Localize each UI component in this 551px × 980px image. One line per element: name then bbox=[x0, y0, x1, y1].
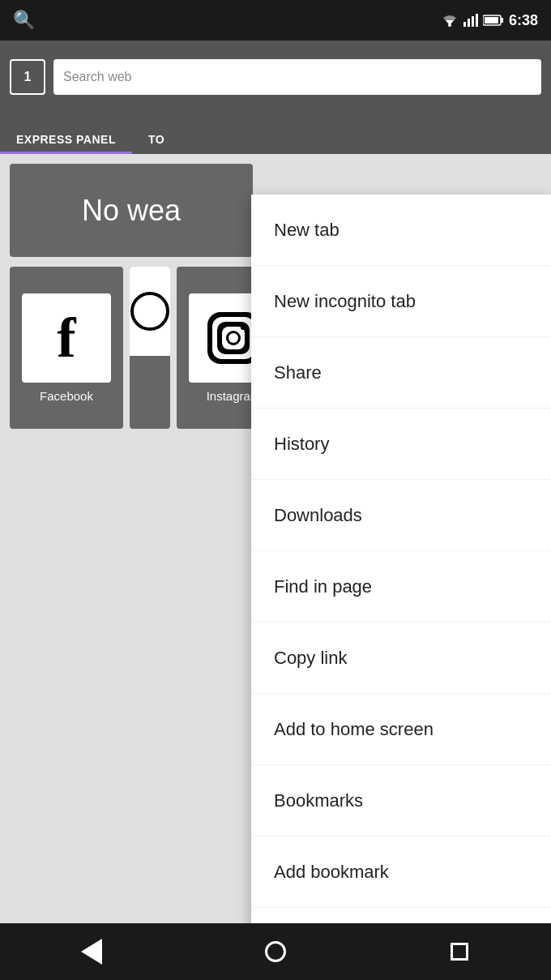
home-icon bbox=[265, 941, 286, 962]
signal-icon bbox=[463, 14, 478, 27]
weather-text: No wea bbox=[82, 194, 181, 228]
facebook-icon-container: f bbox=[22, 293, 111, 383]
menu-item-share[interactable]: Share bbox=[251, 337, 551, 409]
facebook-label: Facebook bbox=[40, 389, 93, 403]
facebook-icon: f bbox=[57, 306, 75, 370]
recents-icon bbox=[451, 943, 468, 961]
menu-item-copy-link[interactable]: Copy link bbox=[251, 623, 551, 694]
status-bar-right: 6:38 bbox=[441, 12, 538, 29]
menu-item-add-to-home-screen[interactable]: Add to home screen bbox=[251, 694, 551, 765]
status-time: 6:38 bbox=[509, 12, 538, 29]
menu-item-reader-mode[interactable]: Reader mode bbox=[251, 908, 551, 923]
tab-express-panel[interactable]: EXPRESS PANEL bbox=[0, 125, 132, 154]
menu-item-new-tab[interactable]: New tab bbox=[251, 195, 551, 266]
svg-point-9 bbox=[132, 293, 168, 329]
home-button[interactable] bbox=[251, 927, 300, 976]
search-bar[interactable]: Search web bbox=[53, 59, 541, 95]
tab-count-badge[interactable]: 1 bbox=[10, 59, 45, 95]
partial-icon bbox=[130, 291, 170, 332]
search-icon[interactable]: 🔍 bbox=[13, 10, 35, 31]
menu-item-add-bookmark[interactable]: Add bookmark bbox=[251, 837, 551, 908]
tab-count: 1 bbox=[24, 70, 32, 84]
svg-rect-3 bbox=[468, 19, 470, 27]
menu-item-new-incognito-tab[interactable]: New incognito tab bbox=[251, 266, 551, 337]
status-bar-left: 🔍 bbox=[13, 10, 35, 31]
browser-bar: 1 Search web bbox=[0, 41, 551, 113]
tab-top-sites[interactable]: TO bbox=[132, 125, 181, 154]
status-bar: 🔍 6:38 bbox=[0, 0, 551, 41]
recents-button[interactable] bbox=[435, 927, 484, 976]
menu-item-history[interactable]: History bbox=[251, 409, 551, 480]
svg-point-16 bbox=[241, 325, 246, 330]
battery-icon bbox=[483, 14, 504, 27]
app-tile-facebook[interactable]: f Facebook bbox=[10, 267, 123, 429]
menu-item-bookmarks[interactable]: Bookmarks bbox=[251, 765, 551, 837]
browser-content: No wea f Facebook bbox=[0, 154, 551, 923]
svg-rect-8 bbox=[485, 17, 498, 24]
search-bar-placeholder: Search web bbox=[63, 70, 132, 84]
dropdown-menu: New tab New incognito tab Share History … bbox=[251, 195, 551, 923]
svg-rect-5 bbox=[476, 14, 478, 27]
svg-point-15 bbox=[229, 333, 238, 343]
svg-rect-7 bbox=[501, 18, 503, 23]
wifi-icon bbox=[441, 14, 459, 27]
back-button[interactable] bbox=[67, 927, 116, 976]
nav-bar bbox=[0, 923, 551, 980]
back-icon bbox=[81, 939, 102, 965]
svg-rect-4 bbox=[472, 16, 474, 27]
nav-tabs: EXPRESS PANEL TO bbox=[0, 113, 551, 154]
menu-item-downloads[interactable]: Downloads bbox=[251, 480, 551, 551]
app-tile-partial bbox=[130, 267, 170, 429]
svg-rect-2 bbox=[463, 22, 466, 27]
menu-item-find-in-page[interactable]: Find in page bbox=[251, 551, 551, 623]
page-wrapper: 🔍 6:38 bbox=[0, 0, 551, 980]
svg-point-1 bbox=[448, 24, 451, 27]
weather-widget: No wea bbox=[10, 164, 253, 257]
